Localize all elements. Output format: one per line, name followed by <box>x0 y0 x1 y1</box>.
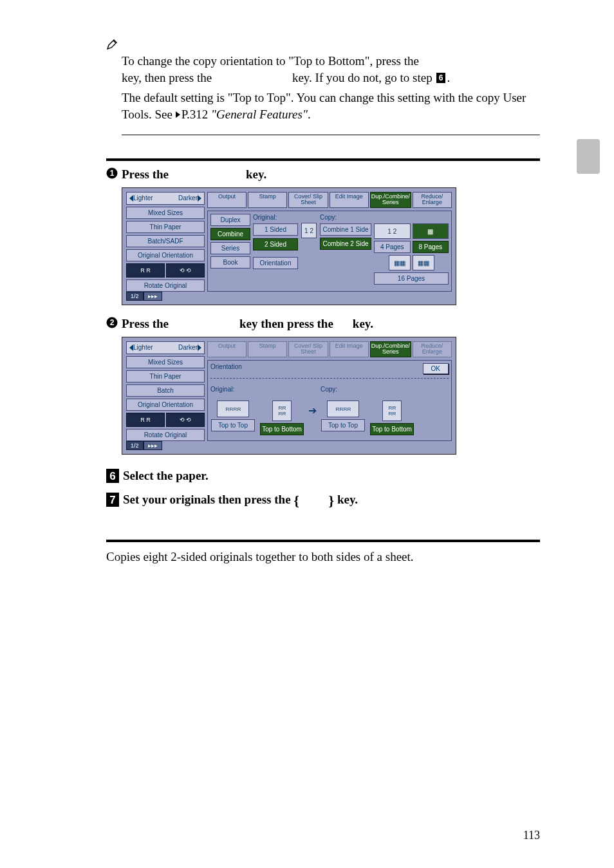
original-orientation-button[interactable]: Original Orientation <box>126 399 205 411</box>
ok-button[interactable]: OK <box>423 363 449 374</box>
tab-row-2: Output Stamp Cover/ Slip Sheet Edit Imag… <box>207 341 452 358</box>
reference-arrow-icon <box>176 111 180 118</box>
landscape-icon: ⟲ ⟲ <box>166 413 205 427</box>
tab-output: Output <box>207 341 247 358</box>
section-divider <box>106 540 540 542</box>
tab-dup-combine[interactable]: Dup./Combine/ Series <box>370 192 411 209</box>
orig-top-to-bottom-button[interactable]: Top to Bottom <box>260 423 304 435</box>
note-icon <box>106 39 118 50</box>
copy-toptotop-icon: R R R R <box>327 401 359 417</box>
svg-text:6: 6 <box>439 73 443 82</box>
start-key-right-bracket: } <box>329 493 335 509</box>
substep-1-icon: 1 <box>106 167 118 182</box>
copy-top-to-bottom-button[interactable]: Top to Bottom <box>370 423 414 435</box>
orientation-heading: Orientation <box>210 363 242 370</box>
substep-2-icon: 2 <box>106 317 118 332</box>
landscape-icon: ⟲ ⟲ <box>166 263 205 278</box>
body-description: Copies eight 2-sided originals together … <box>106 550 540 564</box>
4pages-button[interactable]: 4 Pages <box>374 241 411 253</box>
page-number: 113 <box>523 829 540 842</box>
note-line-1: To change the copy orientation to "Top t… <box>122 53 540 87</box>
substep-1: 1 Press the key. <box>106 167 540 182</box>
orig-toptotop-icon: R R R R <box>217 401 249 417</box>
tab-stamp[interactable]: Stamp <box>248 192 287 209</box>
portrait-icon: R R <box>126 413 165 427</box>
arrow-icon: ➔ <box>308 404 317 417</box>
section-thumb-tab <box>577 139 600 174</box>
tab-output[interactable]: Output <box>207 192 247 209</box>
orientation-icons[interactable]: R R ⟲ ⟲ <box>126 413 205 427</box>
16pages-icon-a: ▦▦ <box>389 255 411 270</box>
tab-row: Output Stamp Cover/ Slip Sheet Edit Imag… <box>207 192 452 209</box>
orig-toptobottom-icon: R RR R <box>272 401 292 421</box>
original-preview-icon: 1 2 <box>301 223 317 238</box>
tab-cover: Cover/ Slip Sheet <box>288 341 328 358</box>
tab-stamp: Stamp <box>248 341 287 358</box>
step-divider <box>106 158 540 161</box>
copy-toptobottom-icon: R RR R <box>382 401 402 421</box>
step-7-icon: 7 <box>106 493 119 510</box>
batch-sadf-button[interactable]: Batch/SADF <box>126 235 205 247</box>
darker-arrow-icon <box>198 195 201 202</box>
density-control-2[interactable]: Lighter Darker <box>126 341 205 354</box>
svg-text:1: 1 <box>110 169 115 178</box>
tab-edit: Edit Image <box>330 341 369 358</box>
orig-top-to-top-button[interactable]: Top to Top <box>211 419 255 431</box>
ui-screenshot-2: Lighter Darker Mixed Sizes Thin Paper Ba… <box>122 337 456 455</box>
tab-reduce[interactable]: Reduce/ Enlarge <box>413 192 452 209</box>
svg-text:2: 2 <box>110 318 115 327</box>
combine-1side-button[interactable]: Combine 1 Side <box>320 223 371 236</box>
ui-screenshot-1: Lighter Darker Mixed Sizes Thin Paper Ba… <box>122 187 456 305</box>
svg-text:7: 7 <box>109 494 115 506</box>
combine-2side-button[interactable]: Combine 2 Side <box>320 238 371 250</box>
rotate-original-button[interactable]: Rotate Original <box>126 429 205 441</box>
4pages-icon: 1 2 <box>374 223 411 239</box>
svg-text:6: 6 <box>109 470 115 482</box>
tab-dup-combine[interactable]: Dup./Combine/ Series <box>370 341 411 358</box>
tab-edit[interactable]: Edit Image <box>330 192 369 209</box>
density-control[interactable]: Lighter Darker <box>126 192 205 205</box>
combine-button[interactable]: Combine <box>210 228 250 240</box>
orientation-icons[interactable]: R R ⟲ ⟲ <box>126 263 205 278</box>
step-7: 7 Set your originals then press the { } … <box>106 493 540 510</box>
1sided-button[interactable]: 1 Sided <box>253 223 298 236</box>
darker-arrow-icon <box>198 344 201 351</box>
thin-paper-button[interactable]: Thin Paper <box>126 370 205 382</box>
tab-reduce: Reduce/ Enlarge <box>413 341 452 358</box>
thin-paper-button[interactable]: Thin Paper <box>126 221 205 233</box>
step-6-icon: 6 <box>106 469 119 486</box>
duplex-button[interactable]: Duplex <box>210 214 250 226</box>
portrait-icon: R R <box>126 263 165 278</box>
batch-button[interactable]: Batch <box>126 384 205 397</box>
tab-cover[interactable]: Cover/ Slip Sheet <box>288 192 328 209</box>
substep-2: 2 Press the key then press the key. <box>106 317 540 332</box>
mixed-sizes-button[interactable]: Mixed Sizes <box>126 356 205 368</box>
book-button[interactable]: Book <box>210 256 250 269</box>
2sided-button[interactable]: 2 Sided <box>253 238 298 250</box>
step-6: 6 Select the paper. <box>106 469 540 486</box>
pager-tab[interactable]: 1/2▸▸▸ <box>126 292 452 301</box>
start-key-left-bracket: { <box>293 493 299 509</box>
step-ref-6-icon: 6 <box>436 71 445 88</box>
original-orientation-button[interactable]: Original Orientation <box>126 249 205 261</box>
16pages-button[interactable]: 16 Pages <box>374 272 449 285</box>
note-divider <box>122 135 540 135</box>
mixed-sizes-button[interactable]: Mixed Sizes <box>126 207 205 219</box>
16pages-icon-b: ▦▦ <box>413 255 434 270</box>
copy-top-to-top-button[interactable]: Top to Top <box>321 419 365 431</box>
series-button[interactable]: Series <box>210 242 250 254</box>
pager-tab-2[interactable]: 1/2▸▸▸ <box>126 441 452 450</box>
8pages-icon: ▦ <box>413 223 449 239</box>
8pages-button[interactable]: 8 Pages <box>413 241 449 253</box>
rotate-original-button[interactable]: Rotate Original <box>126 279 205 292</box>
orientation-button[interactable]: Orientation <box>253 257 298 269</box>
note-line-2: The default setting is "Top to Top". You… <box>122 90 540 122</box>
